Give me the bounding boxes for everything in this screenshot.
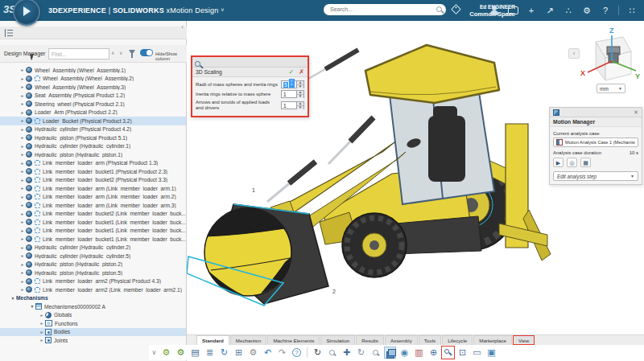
tree-expand-icon[interactable]: ▸: [19, 118, 26, 123]
share-icon[interactable]: ↗: [544, 5, 555, 16]
apps-icon[interactable]: ⚙: [581, 5, 592, 16]
spinner-input[interactable]: 1▲▼: [281, 90, 304, 98]
export-results-button[interactable]: ▦: [580, 158, 591, 167]
tree-expand-icon[interactable]: ▸: [19, 236, 26, 241]
spinner-input[interactable]: 5⌶▲▼: [281, 80, 304, 88]
units-dropdown[interactable]: mm ▼: [597, 84, 625, 93]
view-modes-icon[interactable]: ◉: [398, 347, 411, 359]
tree-row[interactable]: ▸fxFunctions: [0, 319, 186, 328]
tree-expand-icon[interactable]: ▾: [10, 296, 16, 301]
tree-row[interactable]: ▸Link_member_loader_bucket1 (Link_member…: [0, 235, 186, 244]
analysis-case-selector[interactable]: Motion Analysis Case 1 (Mechanismus300: [553, 137, 638, 147]
tree-expand-icon[interactable]: ▸: [19, 84, 26, 89]
tree-expand-icon[interactable]: ▸: [19, 169, 26, 174]
design-manager-tab[interactable]: Design Manager: [4, 51, 45, 56]
tree-row[interactable]: ▸Hydraulic_cylinder (Hydraulic_cylinder.…: [0, 142, 186, 151]
probe-button[interactable]: ▶: [553, 158, 564, 167]
tree-expand-icon[interactable]: ▸: [19, 135, 26, 140]
tab-marketplace[interactable]: Marketplace: [473, 335, 512, 345]
capture-image-icon[interactable]: ▣: [485, 347, 497, 359]
app-name[interactable]: xMotion Design: [167, 6, 219, 14]
tree-expand-icon[interactable]: ▸: [19, 270, 26, 275]
tree-row[interactable]: ▸Link_member_loader_bucket2 (Link_member…: [0, 210, 186, 219]
ambience-icon[interactable]: ⊕: [427, 347, 440, 359]
zoom-icon[interactable]: [326, 347, 338, 359]
tab-assembly[interactable]: Assembly: [385, 335, 418, 345]
search-input[interactable]: [330, 5, 431, 14]
spinner-value[interactable]: 1: [281, 90, 297, 98]
tree-row[interactable]: ▸Loader_Bucket (Physical Product 3.2): [0, 117, 186, 125]
tree-row[interactable]: ▸Link_member_loader_arm (Link_member_loa…: [0, 201, 186, 210]
tree-row[interactable]: ▸Hydraulic_cylinder (Hydraulic_cylinder.…: [0, 252, 186, 260]
search-icon[interactable]: [436, 6, 444, 14]
collaborate-icon[interactable]: ∴: [563, 5, 574, 16]
tree-expand-icon[interactable]: ▸: [19, 219, 26, 224]
tree-expand-icon[interactable]: ▸: [19, 262, 26, 267]
tree-row[interactable]: ▸Link_member_loader_bucket1 (Link_member…: [0, 227, 186, 236]
tree-row[interactable]: ▸Link_member_loader_arm (Physical Produc…: [0, 159, 186, 168]
tree-expand-icon[interactable]: ▸: [19, 152, 26, 157]
pan-icon[interactable]: ✚: [341, 347, 353, 359]
tree-row[interactable]: ▸Hydraulic_cylinder (Hydraulic_cylinder.…: [0, 244, 186, 252]
iso-view-cube-icon[interactable]: [384, 347, 396, 359]
tree-row[interactable]: ▸Link_member_loader_arm (Link_member_loa…: [0, 193, 186, 202]
spinner-input[interactable]: 1▲▼: [281, 101, 304, 109]
tree-expand-icon[interactable]: ▸: [19, 195, 26, 199]
refresh-icon[interactable]: ↻: [218, 347, 230, 359]
tree-expand-icon[interactable]: ▸: [39, 313, 45, 318]
tree-expand-icon[interactable]: ▸: [19, 101, 26, 106]
tree-expand-icon[interactable]: ▸: [39, 330, 45, 334]
edit-analysis-step-dropdown[interactable]: Edit analysis step ▼: [553, 171, 638, 181]
tree-expand-icon[interactable]: ▸: [39, 338, 45, 343]
tab-standard[interactable]: Standard: [196, 335, 229, 345]
undo-icon[interactable]: ↶: [262, 347, 274, 359]
spinner-down-icon[interactable]: ▼: [297, 94, 303, 98]
find-prev-next-icons[interactable]: ∧ ∨: [111, 50, 124, 55]
tab-view[interactable]: View: [513, 335, 535, 345]
motion-manager-close-icon[interactable]: ✕: [634, 109, 638, 116]
tree-row[interactable]: ▸Hydraulic_piston (Hydraulic_piston.1): [0, 150, 186, 159]
tree-expand-icon[interactable]: ▸: [19, 68, 26, 72]
dialog-close-icon[interactable]: ✗: [299, 68, 304, 76]
tree-row[interactable]: ▸Link_member_loader_bucket1 (Physical Pr…: [0, 167, 186, 176]
simulation-settings-button[interactable]: ◎: [567, 158, 577, 167]
tree-row[interactable]: ▸Hydraulic_piston (Hydraulic_piston.5): [0, 269, 186, 277]
orientation-triad[interactable]: Z X Y: [578, 26, 641, 84]
tree-row[interactable]: ▸Hydraulic_cylinder (Physical Product 4.…: [0, 125, 186, 134]
spinner-down-icon[interactable]: ▼: [297, 84, 303, 88]
view-lock-icon[interactable]: ↻: [312, 347, 324, 359]
column-toggle[interactable]: [140, 49, 153, 56]
tree-row[interactable]: ▸Hydraulic_piston (Hydraulic_piston.2): [0, 260, 186, 269]
properties-icon[interactable]: ⊞: [233, 347, 245, 359]
manipulation-panel-icon[interactable]: ▭: [471, 347, 483, 359]
tree-row[interactable]: ▸Hydraulic_piston (Physical Product 5.1): [0, 133, 186, 142]
tree-row[interactable]: ▸Link_member_loader_arm2 (Physical Produ…: [0, 277, 186, 286]
database-icon[interactable]: ≣: [204, 347, 216, 359]
settings-gear-icon[interactable]: ⚙: [247, 347, 259, 359]
options-gear-icon[interactable]: ⚙: [175, 347, 187, 359]
tree-expand-icon[interactable]: ▸: [19, 93, 26, 98]
tree-row[interactable]: ▾Mechanismes00000002 A: [0, 302, 186, 311]
fullscreen-icon[interactable]: ∷: [626, 5, 638, 16]
tree-view-icon[interactable]: [5, 29, 14, 37]
dialog-ok-icon[interactable]: ✓: [289, 68, 295, 76]
spinner-value[interactable]: 5⌶: [281, 80, 297, 88]
spinner-down-icon[interactable]: ▼: [297, 105, 303, 109]
filter-icon[interactable]: [129, 50, 135, 55]
spinner-value[interactable]: 1: [281, 101, 297, 109]
rotate-icon[interactable]: ↻: [355, 347, 367, 359]
tab-mechanism[interactable]: Mechanism: [230, 335, 267, 345]
tree-row[interactable]: ▸Loader_Arm (Physical Product 2.2): [0, 109, 186, 117]
tree-expand-icon[interactable]: ▸: [19, 76, 26, 81]
tab-lifecycle[interactable]: Lifecycle: [442, 335, 473, 345]
add-content-icon[interactable]: +: [526, 5, 537, 16]
global-search[interactable]: [324, 4, 446, 15]
tree-expand-icon[interactable]: ▸: [19, 178, 26, 183]
profile-icon[interactable]: [489, 5, 500, 16]
model-update-gear-icon[interactable]: ⚙: [160, 347, 172, 359]
section-view-icon[interactable]: ▥: [413, 347, 425, 359]
tree-row[interactable]: ▸Globals: [0, 311, 186, 320]
tree-row[interactable]: ▸Wheel_Assembly (Wheel_Assembly.3): [0, 83, 186, 92]
tree-row[interactable]: ▸Joints: [0, 336, 186, 345]
tab-simulation[interactable]: Simulation: [320, 335, 355, 345]
